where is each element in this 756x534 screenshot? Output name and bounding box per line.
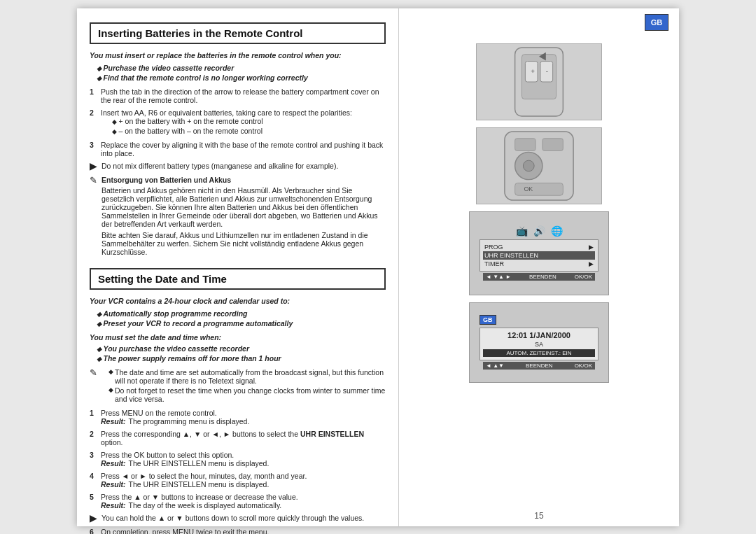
menu-row-uhr: UHR EINSTELLEN xyxy=(483,251,595,260)
section1-bullets: Purchase the video cassette recorder Fin… xyxy=(97,64,386,82)
step-content: Press MENU on the remote control. Result… xyxy=(101,409,386,426)
screen-image-menu: 📺 🔊 🌐 PROG ▶ UHR EINSTELLEN TIMER ▶ xyxy=(469,211,609,295)
step3: 3 Replace the cover by aligning it with … xyxy=(90,141,386,157)
gb-badge: GB xyxy=(645,14,668,31)
s2-step5: 5 Press the ▲ or ▼ buttons to increase o… xyxy=(90,493,386,510)
vcr-screen-time: GB 12:01 1/JAN/2000 SA AUTOM. ZEITEINST.… xyxy=(469,302,609,383)
time-display: 12:01 1/JAN/2000 SA AUTOM. ZEITEINST.: E… xyxy=(479,328,598,360)
sub-bullet: – on the battery with – on the remote co… xyxy=(112,127,386,135)
bullet-item: Purchase the video cassette recorder xyxy=(97,64,386,72)
arrow-icon: ▶ xyxy=(90,512,97,524)
audio-icon: 🔊 xyxy=(533,225,545,237)
step-text: Push the tab in the direction of the arr… xyxy=(101,87,386,104)
remote-svg-back: OK xyxy=(477,128,601,204)
section1-intro: You must insert or replace the batteries… xyxy=(90,51,386,59)
step-text: Replace the cover by aligning it with th… xyxy=(101,141,386,157)
svg-rect-9 xyxy=(542,138,563,150)
step2: 2 Insert two AA, R6 or equivalent batter… xyxy=(90,108,386,136)
section2-note-text: The date and time are set automatically … xyxy=(102,368,386,405)
s2-step2: 2 Press the corresponding ▲, ▼ or ◄, ► b… xyxy=(90,430,386,447)
note2-para2: Bitte achten Sie darauf, Akkus und Lithi… xyxy=(102,231,386,256)
time-nav-bar: ◄ ▲▼ BEENDEN OK/OK xyxy=(483,362,595,370)
section2-bullets: Automatically stop programme recording P… xyxy=(97,309,386,328)
day-value: SA xyxy=(483,341,595,348)
s2-step3: 3 Press the OK button to select this opt… xyxy=(90,451,386,468)
remote-top-view: + - xyxy=(476,43,602,120)
note2: ✎ Entsorgung von Batterien und Akkus Bat… xyxy=(90,176,386,258)
remote-svg-top: + - xyxy=(477,44,601,120)
step-number: 1 xyxy=(90,409,101,426)
section2-when-bullets: You purchase the video cassette recorder… xyxy=(97,344,386,363)
section2-note: ✎ The date and time are set automaticall… xyxy=(90,368,386,405)
step1: 1 Push the tab in the direction of the a… xyxy=(90,87,386,104)
section1-title: Inserting Batteries in the Remote Contro… xyxy=(98,27,377,39)
step-result: Result: The programming menu is displaye… xyxy=(101,417,386,426)
right-column: GB + - xyxy=(399,8,679,526)
svg-text:+: + xyxy=(531,67,535,75)
note1: ▶ Do not mix different battery types (ma… xyxy=(90,162,386,171)
tip-text: You can hold the ▲ or ▼ buttons down to … xyxy=(102,514,386,522)
svg-text:-: - xyxy=(546,67,548,75)
section2-tip: ▶ You can hold the ▲ or ▼ buttons down t… xyxy=(90,514,386,524)
step-result: Result: The day of the week is displayed… xyxy=(101,501,386,510)
step-text: Insert two AA, R6 or equivalent batterie… xyxy=(101,108,386,136)
when-bullet: The power supply remains off for more th… xyxy=(97,354,386,363)
bullet-item: Find that the remote control is no longe… xyxy=(97,73,386,82)
pencil-icon: ✎ xyxy=(90,175,97,185)
step-number: 3 xyxy=(90,141,101,157)
screen-gb-area: GB xyxy=(479,315,598,325)
menu-row-prog: PROG ▶ xyxy=(483,243,595,251)
pencil-icon: ✎ xyxy=(90,367,97,378)
time-value: 12:01 1/JAN/2000 xyxy=(483,331,595,339)
step-content: Press the OK button to select this optio… xyxy=(101,451,386,468)
page-number: 15 xyxy=(534,511,543,521)
note2-title: Entsorgung von Batterien und Akkus xyxy=(102,176,386,184)
remote-back-view: OK xyxy=(476,127,602,204)
note1-text: Do not mix different battery types (mang… xyxy=(102,162,386,170)
when-bullet: You purchase the video cassette recorder xyxy=(97,344,386,353)
screen-image-time: GB 12:01 1/JAN/2000 SA AUTOM. ZEITEINST.… xyxy=(469,302,609,383)
section2-when: You must set the date and time when: xyxy=(90,333,386,342)
globe-icon: 🌐 xyxy=(551,225,563,237)
section2-header: Setting the Date and Time xyxy=(90,268,386,290)
svg-rect-8 xyxy=(515,138,536,150)
uhr-einstellen-label: UHR EINSTELLEN xyxy=(484,252,538,259)
remote-image-back: OK xyxy=(476,127,602,204)
step-number: 4 xyxy=(90,472,101,489)
s2-step6: 6 On completion, press MENU twice to exi… xyxy=(90,528,386,535)
step-number: 6 xyxy=(90,528,101,535)
step-number: 2 xyxy=(90,430,101,447)
step-content: Press the ▲ or ▼ buttons to increase or … xyxy=(101,493,386,510)
step-number: 5 xyxy=(90,493,101,510)
s2-step1: 1 Press MENU on the remote control. Resu… xyxy=(90,409,386,426)
step-number: 3 xyxy=(90,451,101,468)
section2-intro: Your VCR contains a 24-hour clock and ca… xyxy=(90,297,386,305)
bullet-item: Preset your VCR to record a programme au… xyxy=(97,319,386,328)
step-text: On completion, press MENU twice to exit … xyxy=(101,528,386,535)
step-content: Press the corresponding ▲, ▼ or ◄, ► but… xyxy=(101,430,386,447)
sub-bullet: + on the battery with + on the remote co… xyxy=(112,117,386,125)
arrow-icon: ▶ xyxy=(90,160,97,171)
autom-info: AUTOM. ZEITEINST.: EIN xyxy=(483,349,595,357)
step-result: Result: The UHR EINSTELLEN menu is displ… xyxy=(101,480,386,489)
svg-text:OK: OK xyxy=(524,185,533,192)
tv-icon: 📺 xyxy=(516,225,528,237)
svg-rect-12 xyxy=(515,183,564,195)
section2-title: Setting the Date and Time xyxy=(98,273,377,285)
page: Inserting Batteries in the Remote Contro… xyxy=(77,8,679,526)
vcr-screen-menu: 📺 🔊 🌐 PROG ▶ UHR EINSTELLEN TIMER ▶ xyxy=(469,211,609,295)
remote-image-top: + - xyxy=(476,43,602,120)
step-content: Press ◄ or ► to select the hour, minutes… xyxy=(101,472,386,489)
left-column: Inserting Batteries in the Remote Contro… xyxy=(77,8,399,526)
bullet-item: Automatically stop programme recording xyxy=(97,309,386,318)
note-item: The date and time are set automatically … xyxy=(108,368,386,385)
step-result: Result: The UHR EINSTELLEN menu is displ… xyxy=(101,459,386,468)
screen-gb-badge: GB xyxy=(479,315,496,325)
vcr-menu: PROG ▶ UHR EINSTELLEN TIMER ▶ xyxy=(479,239,598,272)
step-number: 2 xyxy=(90,108,101,136)
svg-point-11 xyxy=(523,160,534,171)
s2-step4: 4 Press ◄ or ► to select the hour, minut… xyxy=(90,472,386,489)
note-item: Do not forget to reset the time when you… xyxy=(108,386,386,403)
menu-nav-bar: ◄ ▼▲ ► BEENDEN OK/OK xyxy=(483,273,595,281)
note2-text: Entsorgung von Batterien und Akkus Batte… xyxy=(102,176,386,258)
